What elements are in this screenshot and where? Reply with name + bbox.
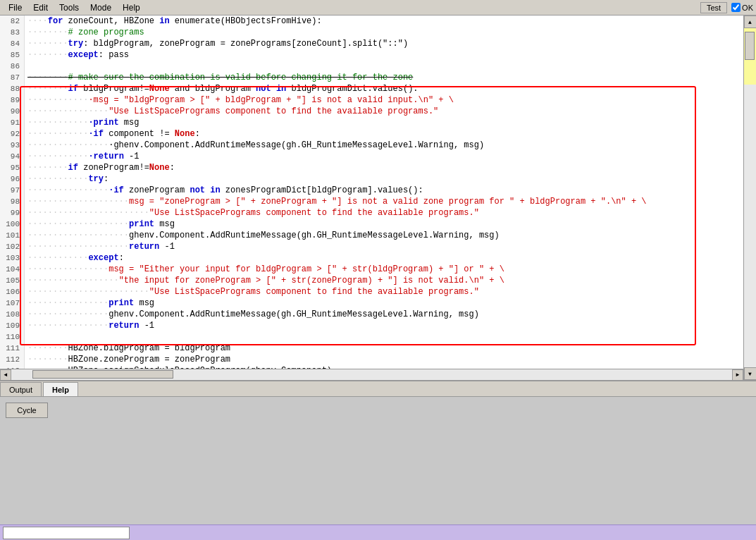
tab-help[interactable]: Help	[43, 382, 78, 396]
line-number: 109	[0, 320, 25, 331]
line-content: ················msg = "Either your input…	[25, 264, 504, 275]
tab-output[interactable]: Output	[0, 382, 42, 396]
line-content: ····················ghenv.Component.AddR…	[25, 230, 500, 241]
table-row: 88········if bldgProgram!=None and bldgP…	[0, 83, 743, 94]
vscroll-thumb[interactable]	[745, 32, 755, 60]
table-row: 100····················print msg	[0, 219, 743, 230]
line-number: 110	[0, 331, 25, 343]
table-row: 93·················ghenv.Component.AddRu…	[0, 140, 743, 151]
ok-checkbox-container: OK	[731, 3, 753, 12]
table-row: 101····················ghenv.Component.A…	[0, 230, 743, 241]
table-row: 83········# zone programs	[0, 27, 743, 38]
table-row: 87········# make sure the combination is…	[0, 72, 743, 83]
line-number: 94	[0, 151, 25, 162]
table-row: 103············except:	[0, 252, 743, 264]
output-tabs: Output Help	[0, 381, 756, 397]
table-row: 113········HBZone.assignScheduleBasedOnP…	[0, 365, 743, 369]
status-bar	[0, 524, 756, 540]
code-editor: 82····for zoneCount, HBZone in enumerate…	[0, 16, 743, 380]
line-content: ····for zoneCount, HBZone in enumerate(H…	[25, 16, 322, 27]
vscroll-down-arrow[interactable]: ▼	[744, 367, 757, 380]
status-input[interactable]	[3, 527, 130, 539]
cycle-button[interactable]: Cycle	[6, 403, 48, 418]
line-number: 105	[0, 275, 25, 286]
line-number: 83	[0, 27, 25, 38]
table-row: 94·············return -1	[0, 151, 743, 162]
table-row: 107················print msg	[0, 297, 743, 309]
menubar: File Edit Tools Mode Help Test OK	[0, 0, 756, 16]
ok-checkbox[interactable]	[731, 3, 740, 12]
horizontal-scrollbar[interactable]: ◄ ►	[0, 369, 743, 380]
line-number: 87	[0, 72, 25, 83]
table-row: 108················ghenv.Component.AddRu…	[0, 309, 743, 320]
table-row: 89·············msg = "bldgProgram > [" +…	[0, 94, 743, 106]
hscroll-left-arrow[interactable]: ◄	[0, 369, 11, 381]
code-scroll-area[interactable]: 82····for zoneCount, HBZone in enumerate…	[0, 16, 743, 369]
line-content: ····················msg = "zoneProgram >…	[25, 196, 647, 207]
line-number: 108	[0, 309, 25, 320]
line-content: ·············msg = "bldgProgram > [" + b…	[25, 94, 454, 106]
line-content: ········except: pass	[25, 49, 129, 61]
table-row: 105··················"the input for zone…	[0, 275, 743, 286]
test-button[interactable]: Test	[700, 2, 727, 13]
line-content: ················return -1	[25, 320, 154, 331]
line-number: 107	[0, 297, 25, 309]
line-content: ·············if component != None:	[25, 128, 200, 140]
menu-tools[interactable]: Tools	[54, 1, 85, 14]
table-row: 111········HBZone.bldgProgram = bldgProg…	[0, 343, 743, 354]
line-content: ········HBZone.bldgProgram = bldgProgram	[25, 343, 230, 354]
line-content: ····················print msg	[25, 219, 175, 230]
table-row: 96············try:	[0, 173, 743, 185]
line-number: 113	[0, 365, 25, 369]
line-number: 93	[0, 140, 25, 151]
toolbar-right: Test OK	[700, 2, 753, 13]
line-number: 95	[0, 162, 25, 173]
line-number: 86	[0, 61, 25, 72]
table-row: 102····················return -1	[0, 241, 743, 252]
menu-mode[interactable]: Mode	[85, 1, 117, 14]
line-number: 88	[0, 83, 25, 94]
line-content: ············except:	[25, 252, 124, 264]
line-number: 100	[0, 219, 25, 230]
line-number: 99	[0, 207, 25, 219]
line-number: 92	[0, 128, 25, 140]
hscroll-track[interactable]	[11, 369, 732, 381]
table-row: 84········try: bldgProgram, zoneProgram …	[0, 38, 743, 49]
vscroll-track[interactable]	[744, 28, 757, 367]
menu-file[interactable]: File	[3, 1, 27, 14]
line-content: ····················return -1	[25, 241, 175, 252]
line-content: ········# make sure the combination is v…	[25, 72, 413, 83]
line-content: ········if zoneProgram!=None:	[25, 162, 175, 173]
line-content: ················ghenv.Component.AddRunti…	[25, 309, 479, 320]
menu-edit[interactable]: Edit	[27, 1, 54, 14]
menu-help[interactable]: Help	[117, 1, 146, 14]
line-number: 97	[0, 185, 25, 196]
line-number: 102	[0, 241, 25, 252]
output-content: Cycle	[0, 397, 756, 524]
line-content: ········HBZone.zoneProgram = zoneProgram	[25, 354, 230, 365]
table-row: 92·············if component != None:	[0, 128, 743, 140]
hscroll-right-arrow[interactable]: ►	[732, 369, 743, 381]
line-number: 82	[0, 16, 25, 27]
line-content	[25, 61, 32, 72]
line-content: ·················ghenv.Component.AddRunt…	[25, 140, 484, 151]
line-number: 112	[0, 354, 25, 365]
table-row: 90················"Use ListSpacePrograms…	[0, 106, 743, 117]
line-number: 103	[0, 252, 25, 264]
line-content: ················print msg	[25, 297, 154, 309]
line-number: 89	[0, 94, 25, 106]
line-content: ··················"the input for zonePro…	[25, 275, 504, 286]
vertical-scrollbar[interactable]: ▲ ▼	[743, 16, 756, 380]
vscroll-up-arrow[interactable]: ▲	[744, 16, 757, 28]
line-content: ········# zone programs	[25, 27, 144, 38]
table-row: 99························"Use ListSpace…	[0, 207, 743, 219]
line-number: 91	[0, 117, 25, 128]
table-row: 112········HBZone.zoneProgram = zoneProg…	[0, 354, 743, 365]
line-content: ········try: bldgProgram, zoneProgram = …	[25, 38, 408, 49]
line-content: ············try:	[25, 173, 109, 185]
line-content: ························"Use ListSpacePr…	[25, 207, 479, 219]
hscroll-thumb[interactable]	[32, 370, 173, 379]
line-content: ·············return -1	[25, 151, 139, 162]
line-number: 101	[0, 230, 25, 241]
line-number: 84	[0, 38, 25, 49]
